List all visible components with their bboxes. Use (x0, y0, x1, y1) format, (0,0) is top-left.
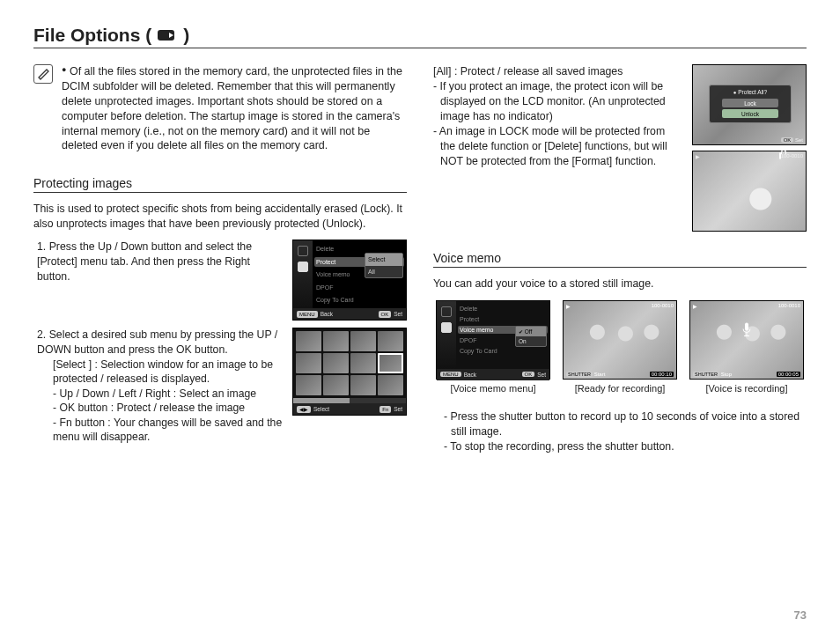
shutter-badge: SHUTTER (693, 372, 719, 377)
dialog-title: Protect All? (738, 89, 767, 95)
dialog-lock-button: Lock (722, 99, 778, 107)
protect-all-dialog-screenshot: ● Protect All? Lock Unlock OK Set (692, 64, 807, 145)
ok-badge: OK (781, 137, 794, 143)
submenu: Select All (365, 253, 403, 278)
title-text: File Options (33, 25, 140, 46)
submenu-item-all: All (365, 266, 402, 277)
sidebar-tab-icon (441, 306, 452, 317)
thumbnail-selected (378, 353, 403, 373)
sidebar-tab-icon (441, 322, 452, 333)
footer-back: Back (321, 311, 333, 319)
protect-note-1: - If you protect an image, the protect i… (433, 79, 680, 124)
caption-ready: [Ready for recording] (575, 383, 666, 394)
thumbnail (378, 331, 403, 351)
subheading-voice-memo: Voice memo (433, 251, 807, 268)
menu-item: Delete (458, 305, 548, 313)
protect-note-2: - An image in LOCK mode will be protecte… (433, 124, 680, 169)
shutter-badge: SHUTTER (566, 372, 593, 377)
submenu: ✔ Off On (515, 326, 547, 347)
submenu-on: On (516, 336, 546, 346)
mic-icon (741, 322, 753, 339)
voice-note-2: - To stop the recording, press the shutt… (444, 439, 807, 454)
thumbnail (350, 331, 376, 351)
play-icon: ▶ (693, 303, 697, 309)
step2-select: [Select ] : Selection window for an imag… (53, 358, 284, 387)
footer-set: Set (394, 311, 402, 319)
page-number: 73 (794, 608, 807, 622)
note-text: Of all the files stored in the memory ca… (62, 65, 402, 151)
menu-item: DPOF (314, 283, 404, 292)
fn-badge: Fn (379, 406, 391, 413)
sidebar-tab-icon (298, 246, 308, 256)
footer-start: Start (594, 372, 606, 377)
thumbnail (350, 353, 376, 373)
protecting-intro: This is used to protect specific shots f… (33, 202, 407, 231)
submenu-off: ✔ Off (516, 327, 546, 336)
subheading-protecting: Protecting images (33, 176, 407, 193)
step2-ok: - OK button : Protect / release the imag… (53, 401, 284, 415)
step2-udlr: - Up / Down / Left / Right : Select an i… (53, 387, 284, 401)
thumbnail (323, 353, 349, 373)
thumbnail (323, 331, 349, 351)
footer-back: Back (464, 372, 476, 378)
submenu-item-select: Select (365, 254, 402, 265)
thumbnail (350, 375, 376, 395)
all-line: [All] : Protect / release all saved imag… (433, 64, 680, 79)
note-icon (33, 64, 53, 84)
thumbnail (296, 375, 321, 395)
photo-counter: 100-0010 (778, 303, 800, 309)
ok-badge: OK (522, 372, 535, 377)
photo-counter: 100-0010 (652, 303, 674, 309)
gallery-screenshot: ◀▶Select FnSet (292, 328, 407, 416)
timer: 00:00:05 (777, 372, 800, 377)
timer: 00:00:10 (650, 372, 674, 377)
svg-rect-2 (745, 323, 748, 331)
ok-badge: OK (379, 311, 392, 318)
thumbnail (323, 375, 349, 395)
page-title: File Options ( ) (33, 25, 807, 46)
arrows-badge: ◀▶ (297, 406, 311, 413)
footer-set: Set (795, 137, 803, 143)
lock-icon (779, 152, 781, 159)
recording-screenshot: ▶100-0010 SHUTTER Stop 00:00:05 (689, 300, 804, 380)
caption-menu: [Voice memo menu] (450, 383, 535, 394)
title-paren-open: ( (145, 25, 151, 46)
thumbnail (378, 375, 403, 395)
note-box: ● Of all the files stored in the memory … (33, 64, 407, 153)
footer-set: Set (537, 372, 546, 378)
footer-select: Select (313, 406, 329, 414)
thumbnail (296, 331, 321, 351)
voice-memo-menu-screenshot: Delete Protect Voice memo DPOF Copy To C… (436, 300, 550, 380)
title-paren-close: ) (183, 25, 189, 46)
caption-recording: [Voice is recording] (706, 383, 788, 394)
menu-item: Copy To Card (314, 295, 404, 305)
title-rule (33, 48, 807, 48)
locked-image-screenshot: ▶ 100-0010 (692, 151, 807, 232)
sidebar-tab-icon (298, 262, 308, 272)
bullet-icon: ● (62, 65, 66, 74)
menu-badge: MENU (297, 311, 318, 318)
menu-badge: MENU (440, 372, 461, 377)
voice-note-1: - Press the shutter button to record up … (444, 409, 807, 439)
footer-stop: Stop (721, 372, 732, 377)
dialog-unlock-button: Unlock (722, 109, 778, 118)
play-icon: ▶ (566, 303, 571, 309)
camera-play-icon (157, 28, 178, 42)
menu-item: Copy To Card (458, 347, 548, 355)
footer-set: Set (394, 406, 402, 414)
ready-recording-screenshot: ▶100-0010 SHUTTER Start 00:00:10 (563, 300, 677, 380)
step2-fn: - Fn button : Your changes will be saved… (53, 416, 284, 445)
step-2: 2. Select a desired sub menu by pressing… (37, 328, 284, 357)
thumbnail (296, 353, 321, 373)
camera-menu-screenshot: Delete Protect Voice memo DPOF Copy To C… (292, 240, 407, 321)
play-icon: ▶ (696, 153, 700, 159)
step-1: 1. Press the Up / Down button and select… (37, 240, 284, 284)
menu-item: Protect (458, 315, 548, 323)
voice-intro: You can add your voice to a stored still… (433, 276, 807, 291)
